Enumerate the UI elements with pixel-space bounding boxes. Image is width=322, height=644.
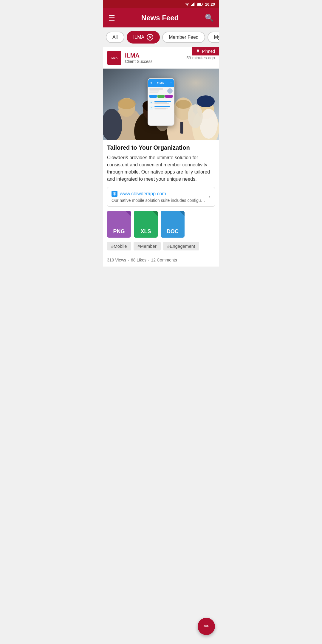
post-org-name: ILMA [125, 52, 183, 59]
attachment-doc[interactable]: DOC [161, 211, 185, 238]
wifi-icon [185, 2, 190, 6]
pin-icon [196, 49, 200, 53]
post-image: ◀ Profile ⋯ [103, 69, 219, 140]
app-header: ☰ News Feed 🔍 [103, 8, 219, 27]
svg-point-26 [188, 104, 203, 128]
post-content: Tailored to Your Organization Clowder® p… [103, 140, 219, 207]
pinned-badge: Pinned [192, 47, 219, 55]
svg-rect-2 [193, 3, 194, 6]
hashtag-mobile[interactable]: #Mobile [107, 242, 131, 250]
svg-rect-0 [191, 5, 192, 6]
hashtag-engagement[interactable]: #Engagement [163, 242, 199, 250]
svg-rect-27 [180, 122, 183, 134]
post-avatar: ILMA [107, 51, 121, 65]
attachment-png[interactable]: PNG [107, 211, 131, 238]
link-arrow-icon: › [209, 194, 210, 200]
svg-point-21 [197, 95, 215, 107]
battery-icon [197, 2, 203, 6]
post-likes: 68 Likes [131, 258, 146, 262]
link-preview-url: www.clowderapp.com [112, 191, 206, 197]
svg-rect-5 [202, 4, 203, 5]
post-org-info: ILMA Client Success [125, 52, 183, 64]
svg-point-18 [176, 100, 191, 109]
status-icons [185, 2, 203, 6]
filter-pill-my-groups[interactable]: My Groups [208, 32, 219, 43]
post-comments: 12 Comments [151, 258, 177, 262]
link-icon [112, 191, 117, 197]
filter-bar: All ILMA ✕ Member Feed My Groups [103, 27, 219, 47]
svg-rect-1 [192, 4, 193, 6]
link-preview[interactable]: www.clowderapp.com Our native mobile sol… [107, 187, 215, 207]
post-sub-label: Client Success [125, 59, 183, 64]
stat-separator-1: • [128, 258, 129, 262]
filter-remove-ilma[interactable]: ✕ [147, 34, 153, 41]
link-preview-content: www.clowderapp.com Our native mobile sol… [112, 191, 206, 203]
filter-pill-all[interactable]: All [106, 32, 124, 43]
post-card: Pinned ILMA ILMA Client Success 59 minut… [103, 47, 219, 267]
phone-mockup: ◀ Profile ⋯ [148, 78, 174, 126]
post-time: 59 minutes ago [186, 55, 215, 60]
status-bar: 16:20 [103, 0, 219, 8]
link-preview-desc: Our native mobile solution suite include… [112, 198, 206, 203]
search-button[interactable]: 🔍 [205, 14, 214, 22]
filter-pill-member-feed[interactable]: Member Feed [162, 32, 205, 43]
filter-pill-ilma[interactable]: ILMA ✕ [127, 31, 160, 44]
page-title: News Feed [141, 14, 179, 22]
signal-icon [191, 2, 195, 6]
post-title: Tailored to Your Organization [107, 144, 215, 151]
svg-point-12 [118, 98, 136, 109]
stat-separator-2: • [148, 258, 149, 262]
post-body: Clowder® provides the ultimate solution … [107, 154, 215, 183]
attachment-xls[interactable]: XLS [134, 211, 158, 238]
attachments: PNG XLS DOC [103, 211, 219, 242]
svg-rect-6 [197, 3, 201, 5]
status-time: 16:20 [205, 2, 215, 7]
hashtag-member[interactable]: #Member [134, 242, 161, 250]
post-views: 310 Views [107, 258, 126, 262]
svg-rect-3 [194, 3, 195, 6]
menu-button[interactable]: ☰ [108, 13, 115, 23]
post-stats: 310 Views • 68 Likes • 12 Comments [103, 255, 219, 267]
hashtags: #Mobile #Member #Engagement [103, 242, 219, 255]
